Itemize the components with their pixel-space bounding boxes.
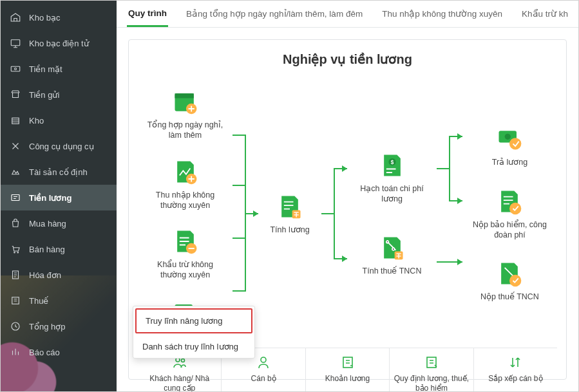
node-label: Tính thuế TNCN [363, 266, 422, 276]
svg-point-23 [505, 134, 511, 140]
svg-point-25 [509, 202, 521, 214]
sidebar-item-bao-cao[interactable]: Báo cáo [1, 339, 117, 365]
tax-icon [10, 295, 21, 306]
node-label: Trả lương [492, 157, 528, 167]
sidebar-item-kho[interactable]: Kho [1, 107, 117, 133]
node-label: Khẩu trừ không thường xuyên [144, 259, 227, 281]
sidebar-label: Hóa đơn [29, 270, 61, 280]
doc-chart-icon [171, 158, 200, 186]
report-icon [10, 346, 21, 358]
user-icon [256, 355, 271, 370]
node-label: Thu nhập không thường xuyên [144, 190, 227, 211]
doc-money-icon [340, 355, 356, 370]
tab-khau-tru[interactable]: Khẩu trừ kh [520, 1, 569, 27]
sidebar-label: Tiền lương [29, 193, 71, 203]
doc-calc-icon [276, 192, 304, 221]
sidebar-item-thue[interactable]: Thuế [1, 288, 117, 313]
connector-left [233, 88, 258, 340]
svg-point-26 [509, 275, 521, 286]
sidebar-item-hoa-don[interactable]: Hóa đơn [1, 262, 117, 288]
bottom-khoan-luong[interactable]: Khoản lương [305, 348, 389, 391]
doc-shield-icon [495, 187, 524, 216]
popup-danh-sach-truy-linh[interactable]: Danh sách truy lĩnh lương [133, 335, 254, 358]
cart-icon [10, 243, 21, 255]
node-khau-tru[interactable]: Khẩu trừ không thường xuyên [144, 227, 227, 281]
sidebar-item-ban-hang[interactable]: Bán hàng [1, 236, 117, 262]
bottom-label: Khoản lương [325, 374, 370, 384]
dropdown-popup: Truy lĩnh nâng lương Danh sách truy lĩnh… [133, 306, 255, 359]
sidebar: Kho bạc Kho bạc điện tử Tiền mặt Tiền gử… [1, 1, 117, 391]
tabs: Quy trình Bảng tổng hợp ngày nghỉ/làm th… [117, 1, 578, 28]
node-label: Nộp bảo hiểm, công đoàn phí [468, 219, 551, 241]
invoice-icon [10, 269, 21, 281]
cash-icon [10, 63, 21, 75]
svg-rect-1 [11, 66, 20, 71]
sidebar-label: Kho bạc [29, 13, 60, 23]
doc-minus-icon [171, 227, 200, 256]
monitor-icon [10, 37, 21, 49]
node-nop-bao-hiem[interactable]: Nộp bảo hiểm, công đoàn phí [468, 187, 551, 241]
bag-icon [10, 218, 21, 229]
tab-thu-nhap[interactable]: Thu nhập không thường xuyên [381, 1, 504, 27]
sidebar-label: Kho bạc điện tử [29, 39, 89, 48]
svg-rect-3 [12, 118, 19, 124]
sidebar-label: Tiền gửi [29, 90, 59, 100]
sidebar-item-kho-bac[interactable]: Kho bạc [1, 5, 117, 30]
sidebar-item-mua-hang[interactable]: Mua hàng [1, 210, 117, 236]
sidebar-label: Tài sản cố định [29, 167, 88, 177]
sidebar-item-tien-luong[interactable]: Tiền lương [1, 185, 117, 210]
sidebar-item-tien-mat[interactable]: Tiền mặt [1, 56, 117, 82]
sidebar-item-tong-hop[interactable]: Tổng hợp [1, 313, 117, 339]
svg-point-6 [17, 252, 19, 254]
sidebar-label: Thuế [29, 296, 48, 306]
bottom-quy-dinh[interactable]: Quy định lương, thuế, bảo hiểm [389, 348, 473, 391]
svg-point-24 [509, 138, 521, 150]
warehouse-icon [10, 115, 21, 126]
sidebar-item-kho-bac-dien-tu[interactable]: Kho bạc điện tử [1, 30, 117, 56]
node-label: Tổng hợp ngày nghỉ, làm thêm [144, 120, 227, 141]
sidebar-item-cong-cu[interactable]: Công cụ dụng cụ [1, 133, 117, 159]
money-send-icon [495, 125, 524, 153]
summary-icon [10, 321, 21, 332]
svg-rect-31 [427, 357, 436, 368]
svg-rect-4 [12, 195, 19, 201]
sidebar-label: Báo cáo [29, 348, 60, 357]
doc-percent-icon [378, 234, 406, 262]
tab-bang-tong-hop[interactable]: Bảng tổng hợp ngày nghỉ/làm thêm, làm đê… [185, 1, 364, 27]
sidebar-label: Bán hàng [29, 245, 65, 254]
sidebar-item-tien-gui[interactable]: Tiền gửi [1, 82, 117, 107]
bottom-label: Quy định lương, thuế, bảo hiểm [394, 374, 469, 391]
doc-percent-icon [424, 355, 439, 370]
node-tra-luong[interactable]: Trả lương [492, 125, 528, 167]
tab-quy-trinh[interactable]: Quy trình [127, 1, 168, 27]
svg-point-5 [14, 252, 15, 254]
sidebar-item-tai-san[interactable]: Tài sản cố định [1, 159, 117, 185]
connector-right [437, 88, 462, 340]
card-title: Nghiệp vụ tiền lương [138, 51, 557, 67]
sidebar-label: Công cụ dụng cụ [29, 142, 94, 151]
sidebar-label: Tổng hợp [29, 322, 65, 331]
node-thu-nhap[interactable]: Thu nhập không thường xuyên [144, 158, 227, 211]
node-tong-hop-ngay-nghi[interactable]: Tổng hợp ngày nghỉ, làm thêm [144, 88, 227, 141]
calendar-plus-icon [171, 88, 200, 116]
treasury-icon [10, 12, 21, 23]
svg-point-28 [181, 359, 184, 362]
node-tinh-thue[interactable]: Tính thuế TNCN [363, 234, 422, 276]
popup-truy-linh-nang-luong[interactable]: Truy lĩnh nâng lương [135, 308, 252, 333]
bottom-sap-xep[interactable]: Sắp xếp cán bộ [473, 348, 557, 391]
bottom-label: Sắp xếp cán bộ [488, 374, 542, 384]
sidebar-label: Tiền mặt [29, 64, 62, 74]
doc-dollar-icon: $ [378, 151, 406, 180]
node-hach-toan[interactable]: $ Hạch toán chi phí lương [350, 151, 434, 205]
sidebar-label: Mua hàng [29, 219, 66, 229]
svg-rect-11 [175, 93, 193, 98]
node-tinh-luong[interactable]: Tính lương [270, 192, 309, 235]
svg-point-2 [15, 68, 17, 70]
svg-text:$: $ [390, 160, 394, 165]
bottom-label: Khách hàng/ Nhà cung cấp [142, 374, 217, 391]
doc-percent-send-icon [495, 259, 524, 288]
svg-rect-0 [11, 40, 20, 46]
node-nop-thue[interactable]: Nộp thuế TNCN [480, 259, 539, 302]
deposit-icon [10, 89, 21, 100]
node-label: Hạch toán chi phí lương [350, 183, 434, 205]
